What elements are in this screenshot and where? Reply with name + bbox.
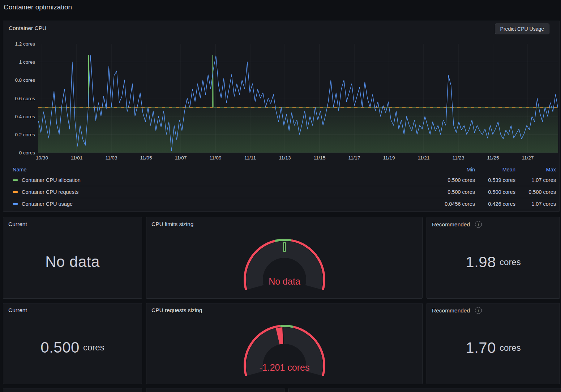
cpu-limits-gauge[interactable]: No data xyxy=(241,235,328,298)
series-min-value: 0.500 cores xyxy=(434,189,475,195)
x-axis-tick-label: 11/23 xyxy=(453,155,464,161)
x-axis-tick-label: 10/30 xyxy=(36,155,48,161)
series-color-swatch xyxy=(13,203,18,205)
current-limits-title: Current xyxy=(8,221,27,227)
x-axis-tick-label: 11/05 xyxy=(140,155,152,161)
cpu-requests-sizing-title: CPU requests sizing xyxy=(151,307,202,314)
allocation-line xyxy=(38,56,558,107)
legend-header-max[interactable]: Max xyxy=(515,167,556,172)
cpu-requests-sizing-panel: CPU requests sizing -1.201 cores xyxy=(146,303,423,384)
x-axis-tick-label: 11/11 xyxy=(244,155,256,161)
legend-header-row: Name Min Mean Max xyxy=(13,165,556,174)
recommended-requests-value: 1.70 cores xyxy=(427,314,560,384)
series-max-value: 1.07 cores xyxy=(515,177,556,183)
y-axis-tick-label: 0.6 cores xyxy=(3,95,35,101)
chart-panel-title: Container CPU xyxy=(9,25,46,31)
gauge-threshold-band xyxy=(280,326,293,327)
cpu-limits-sizing-title: CPU limits sizing xyxy=(151,221,193,227)
legend-row[interactable]: Container CPU requests0.500 cores0.500 c… xyxy=(13,186,556,198)
partial-panel xyxy=(146,388,284,392)
legend-row[interactable]: Container CPU allocation0.500 cores0.539… xyxy=(13,174,556,186)
series-mean-value: 0.426 cores xyxy=(475,201,515,207)
partial-panel xyxy=(3,388,142,392)
x-axis-tick-label: 11/01 xyxy=(71,155,83,161)
current-requests-title: Current xyxy=(8,307,27,314)
predict-cpu-usage-button[interactable]: Predict CPU Usage xyxy=(495,24,549,34)
x-axis-tick-label: 11/13 xyxy=(279,155,291,161)
container-cpu-panel: Container CPU Predict CPU Usage 1.2 core… xyxy=(3,21,560,212)
legend-row[interactable]: Container CPU usage0.0456 cores0.426 cor… xyxy=(13,198,556,210)
partial-panel xyxy=(288,388,561,392)
gauge-threshold-marker xyxy=(283,242,286,252)
info-icon[interactable]: i xyxy=(475,221,482,228)
legend-header-min[interactable]: Min xyxy=(434,167,475,172)
legend-header-mean[interactable]: Mean xyxy=(475,167,515,172)
cpu-requests-gauge[interactable]: -1.201 cores xyxy=(241,321,328,384)
series-max-value: 1.07 cores xyxy=(515,201,556,207)
series-name: Container CPU requests xyxy=(22,189,78,195)
x-axis-tick-label: 11/17 xyxy=(348,155,360,161)
current-requests-panel: Current 0.500 cores xyxy=(3,303,142,384)
recommended-limits-title: Recommended xyxy=(432,221,470,228)
y-axis-tick-label: 0.4 cores xyxy=(3,114,35,119)
cpu-chart-svg xyxy=(38,44,558,153)
y-axis-tick-label: 0.8 cores xyxy=(3,77,35,83)
series-name: Container CPU usage xyxy=(22,201,73,207)
recommended-limits-panel: Recommended i 1.98 cores xyxy=(427,217,560,299)
y-axis-tick-label: 0.2 cores xyxy=(3,132,35,137)
series-color-swatch xyxy=(13,191,18,193)
current-requests-value: 0.500 cores xyxy=(3,314,142,384)
series-color-swatch xyxy=(13,179,18,181)
recommended-limits-value: 1.98 cores xyxy=(427,228,560,298)
cpu-limits-sizing-panel: CPU limits sizing No data xyxy=(146,217,423,299)
series-mean-value: 0.539 cores xyxy=(475,177,515,183)
x-axis-tick-label: 11/27 xyxy=(522,155,534,161)
series-name: Container CPU allocation xyxy=(22,177,81,183)
recommended-requests-title: Recommended xyxy=(432,307,470,314)
allocation-fill xyxy=(38,56,558,153)
y-axis-tick-label: 1.2 cores xyxy=(3,41,35,47)
page-title: Container optimization xyxy=(4,3,72,11)
gauge-threshold-band xyxy=(275,240,291,241)
chart-legend-table: Name Min Mean Max Container CPU allocati… xyxy=(13,165,556,210)
recommended-requests-panel: Recommended i 1.70 cores xyxy=(427,303,560,384)
x-axis-tick-label: 11/15 xyxy=(314,155,326,161)
x-axis-tick-label: 11/09 xyxy=(210,155,222,161)
x-axis-tick-label: 11/07 xyxy=(175,155,187,161)
x-axis-tick-label: 11/03 xyxy=(106,155,117,161)
info-icon[interactable]: i xyxy=(475,307,482,314)
y-axis-tick-label: 1 cores xyxy=(3,59,35,65)
series-min-value: 0.500 cores xyxy=(434,177,475,183)
x-axis-tick-label: 11/19 xyxy=(383,155,395,161)
series-min-value: 0.0456 cores xyxy=(434,201,475,207)
gauge-value-text: No data xyxy=(269,276,300,286)
x-axis-tick-label: 11/25 xyxy=(487,155,499,161)
x-axis-tick-label: 11/21 xyxy=(418,155,430,161)
series-max-value: 0.500 cores xyxy=(515,189,556,195)
current-limits-panel: Current No data xyxy=(3,217,142,299)
series-mean-value: 0.500 cores xyxy=(475,189,515,195)
cpu-chart-plot[interactable] xyxy=(38,44,558,153)
y-axis-tick-label: 0 cores xyxy=(3,150,35,155)
current-limits-value: No data xyxy=(3,227,142,298)
gauge-value-text: -1.201 cores xyxy=(259,362,309,372)
legend-header-name[interactable]: Name xyxy=(13,167,434,172)
